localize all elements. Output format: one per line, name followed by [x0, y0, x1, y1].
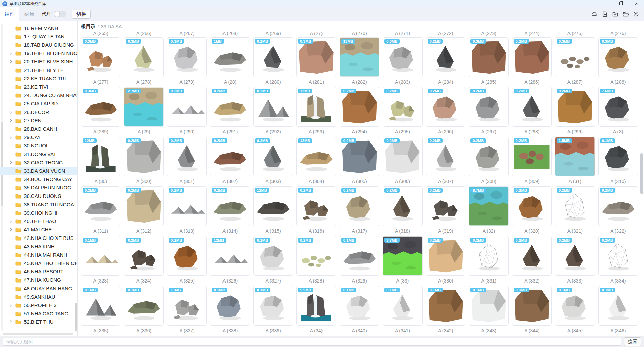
asset-card-a-307[interactable]: 0.2MB	[426, 137, 465, 176]
tree-item-30-nguoi[interactable]: 30.NGUOI	[0, 141, 77, 150]
asset-card-a-304[interactable]: 12MB	[296, 137, 336, 176]
asset-card-a-28[interactable]: 1MB	[210, 37, 250, 77]
restore-button[interactable]	[613, 0, 629, 7]
content-scrollbar[interactable]	[640, 153, 643, 194]
asset-card-a-277[interactable]: 0.3MB	[81, 37, 120, 77]
file-add-icon[interactable]	[602, 11, 608, 17]
asset-card-a-308[interactable]: 0.2MB	[469, 137, 508, 176]
tree-item-48-quay-ban-hang[interactable]: 48.QUAY BAN HANG	[0, 284, 77, 293]
search-input[interactable]	[3, 338, 621, 346]
tree-item-27-den[interactable]: 27.DEN	[0, 116, 77, 125]
tree-item-17-quay-le-tan[interactable]: 17. QUAY LE TAN	[0, 32, 77, 41]
folder-add-icon[interactable]	[612, 11, 618, 17]
asset-card-a-318[interactable]: 0.2MB	[383, 186, 422, 226]
tree-item-39-choi-nghi[interactable]: 39.CHOI NGHI	[0, 209, 77, 217]
asset-card-a-283[interactable]: 0.3MB	[383, 37, 422, 77]
asset-card-a-321[interactable]: 0.2MB	[555, 186, 595, 226]
asset-card-a-299[interactable]: 0.2MB	[555, 87, 595, 127]
asset-card-a-292[interactable]: 0.2MB	[253, 87, 293, 127]
tree-item-29-cay[interactable]: 29.CAY	[0, 133, 77, 141]
asset-card-a-296[interactable]: 0.2MB	[426, 87, 465, 127]
asset-card-a-303[interactable]: 0.2MB	[253, 137, 293, 176]
asset-card-a-293[interactable]: 12MB	[296, 87, 336, 127]
tree-item-26-decor[interactable]: 26.DECOR	[0, 108, 77, 116]
minimize-button[interactable]	[598, 0, 613, 7]
asset-card-a-314[interactable]: 0.2MB	[210, 186, 250, 226]
tree-horizontal-scrollbar[interactable]	[3, 333, 73, 335]
asset-card-a-344[interactable]: 0.1MB	[512, 286, 552, 326]
asset-card-a-286[interactable]: 0.3MB	[512, 37, 552, 77]
asset-card-a-331[interactable]: 0.2MB	[469, 236, 508, 276]
chevron-right-icon[interactable]	[9, 320, 12, 324]
asset-card-a-297[interactable]: 0.2MB	[469, 87, 508, 127]
tree-item-40-the-thao[interactable]: 40.THE THAO	[0, 217, 77, 225]
tree-item-45-nha-tho-thien-ch[interactable]: 45.NHA THO THIEN CH	[0, 259, 77, 267]
tree-item-47-nha-xuong[interactable]: 47.NHA XUONG	[0, 276, 77, 284]
asset-card-a-284[interactable]: 0.2MB	[426, 37, 465, 77]
asset-card-a-279[interactable]: 0.3MB	[167, 37, 207, 77]
asset-card-a-341[interactable]: 0.1MB	[383, 286, 422, 326]
chevron-right-icon[interactable]	[9, 52, 12, 55]
asset-card-a-317[interactable]: 0.2MB	[340, 186, 379, 226]
asset-card-a-3[interactable]: 7.6MB	[598, 87, 638, 127]
tree-item-35-dai-phun-nuoc[interactable]: 35.DAI PHUN NUOC	[0, 183, 77, 192]
asset-card-a-313[interactable]: 0.2MB	[167, 186, 207, 226]
tree-item-49-sankhau[interactable]: 49.SANKHAU	[0, 293, 77, 301]
asset-card-a-342[interactable]: 0.1MB	[426, 286, 465, 326]
tree-item-33-da-san-vuon[interactable]: 33.DA SAN VUON	[0, 167, 77, 175]
breadcrumb-root[interactable]: 根目录	[81, 23, 96, 30]
chevron-right-icon[interactable]	[9, 304, 12, 307]
tree-item-16-rem-manh[interactable]: 16 REM MANH	[0, 24, 77, 32]
tree-item-22-ke-trang-tri[interactable]: 22.KE TRANG TRI	[0, 74, 77, 83]
chevron-right-icon[interactable]	[9, 136, 12, 139]
asset-card-a-32[interactable]: 8.7MB	[469, 186, 508, 226]
asset-card-a-298[interactable]: 0.2MB	[512, 87, 552, 127]
tree-item-20-thiet-bi-ve-sinh[interactable]: 20.THIET BI VE SINH	[0, 57, 77, 66]
tab-components[interactable]: 组件	[0, 7, 19, 21]
asset-card-a-315[interactable]: 12MB	[253, 186, 293, 226]
close-button[interactable]: ×	[629, 0, 644, 7]
asset-card-a-319[interactable]: 0.2MB	[426, 186, 465, 226]
asset-card-a-33[interactable]: 3.7MB	[383, 236, 422, 276]
asset-card-a-306[interactable]: 0.2MB	[383, 137, 422, 176]
asset-card-a-288[interactable]: 0.3MB	[598, 37, 638, 77]
tree-item-41-mai-che[interactable]: 41.MAI CHE	[0, 225, 77, 234]
asset-card-a-285[interactable]: 0.3MB	[469, 37, 508, 77]
asset-card-a-287[interactable]: 0.3MB	[555, 37, 595, 77]
asset-card-a-320[interactable]: 0.2MB	[512, 186, 552, 226]
asset-card-a-301[interactable]: 0.2MB	[167, 137, 207, 176]
asset-card-a-295[interactable]: 0.2MB	[383, 87, 422, 127]
asset-card-a-311[interactable]: 0.2MB	[81, 186, 120, 226]
tab-materials[interactable]: 材质	[19, 7, 39, 21]
tree-item-52-biet-thu[interactable]: 52.BIET THU	[0, 318, 77, 326]
asset-card-a-322[interactable]: 0.2MB	[598, 186, 638, 226]
tree-item-44-nha-mai-ranh[interactable]: 44.NHA MAI RANH	[0, 251, 77, 259]
asset-card-a-312[interactable]: 0.2MB	[124, 186, 163, 226]
switch-button[interactable]: 切换	[72, 10, 91, 19]
chevron-right-icon[interactable]	[9, 220, 12, 223]
tree-item-28-bao-canh[interactable]: 28.BAO CANH	[0, 125, 77, 133]
tree-item-34-buc-trong-cay[interactable]: 34.BUC TRONG CAY	[0, 175, 77, 183]
tree-item-18-tab-dau-giuong[interactable]: 18.TAB DAU GIUONG	[0, 41, 77, 49]
tree-item-46-nha-resort[interactable]: 46.NHA RESORT	[0, 267, 77, 276]
asset-card-a-305[interactable]: 0.2MB	[340, 137, 379, 176]
chevron-right-icon[interactable]	[9, 60, 12, 63]
asset-card-a-327[interactable]: 0.1MB	[253, 236, 293, 276]
asset-card-a-338[interactable]: 0.1MB	[210, 286, 250, 326]
asset-card-a-300[interactable]: 0.2MB	[124, 137, 163, 176]
asset-card-a-280[interactable]: 0.2MB	[253, 37, 293, 77]
tree-item-23-ke-tivi[interactable]: 23.KE TIVI	[0, 83, 77, 91]
tree-item-51-nha-cao-tang[interactable]: 51.NHA CAO TANG	[0, 309, 77, 318]
asset-card-a-29[interactable]: 2.7MB	[124, 87, 163, 127]
asset-card-a-323[interactable]: 0.1MB	[81, 236, 120, 276]
asset-card-a-326[interactable]: 12MB	[210, 236, 250, 276]
tree-item-24-dung-cu-am-nhac[interactable]: 24. DUNG CU AM NHAC	[0, 91, 77, 99]
asset-card-a-345[interactable]: 0.1MB	[555, 286, 595, 326]
asset-card-a-310[interactable]: 0.1MB	[598, 137, 638, 176]
asset-card-a-343[interactable]: 0.1MB	[469, 286, 508, 326]
asset-card-a-329[interactable]: 0.1MB	[340, 236, 379, 276]
asset-card-a-281[interactable]: 0.3MB	[296, 37, 336, 77]
asset-card-a-325[interactable]: 0.2MB	[167, 236, 207, 276]
tree-item-31-dong-vat[interactable]: 31.DONG VAT	[0, 150, 77, 158]
asset-card-a-337[interactable]: 11MB	[167, 286, 207, 326]
